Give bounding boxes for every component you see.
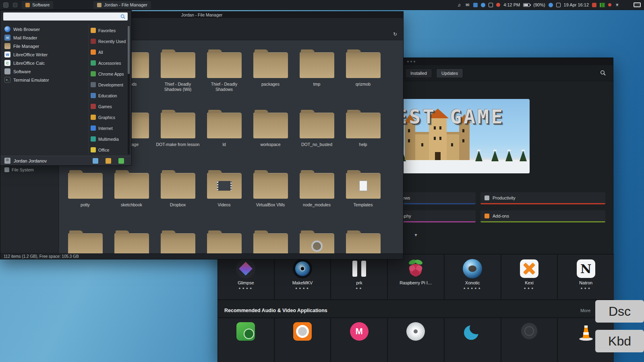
more-link[interactable]: More [580,308,590,313]
tab-installed[interactable]: Installed [405,68,432,78]
bluetooth-icon[interactable] [481,3,485,7]
folder-item[interactable]: Thief - Deadly Shadows (Wii) [155,49,201,109]
folder-item[interactable]: packages [247,49,294,109]
category-productivity[interactable]: Productivity [480,192,605,204]
settings-icon[interactable] [93,158,98,164]
dsc-overlay-button[interactable]: Dsc [595,300,644,323]
category-games[interactable]: Games [91,101,127,112]
tab-updates[interactable]: Updates [436,68,463,78]
folder-item[interactable]: tmp [294,49,340,109]
category-multimedia[interactable]: Multimedia [91,134,127,144]
menu-item-software[interactable]: Software [3,67,87,76]
folder-label: help [359,142,367,147]
taskbar-button-file-manager[interactable]: Jordan - File Manager [93,1,151,9]
category-internet[interactable]: Internet [91,123,127,134]
app-tile-glimpse[interactable]: Glimpse ★★★★ [218,255,274,299]
record-icon[interactable] [608,3,611,6]
folder-item[interactable] [247,230,294,253]
folder-item[interactable]: workspace [247,109,294,170]
menu-item-libreoffice-calc[interactable]: LibreOffice Calc [3,59,87,67]
menu-item-libreoffice-writer[interactable]: LibreOffice Writer [3,50,87,59]
category-recently-used[interactable]: Recently Used [91,36,127,47]
search-input[interactable] [6,14,119,19]
folder-item[interactable]: DOT_no_busted [294,109,340,170]
applications-menu-button[interactable] [3,2,8,8]
clock-date[interactable]: 19 Apr 16:12 [564,2,589,7]
productivity-icon [485,195,489,200]
folder-item[interactable] [340,230,386,253]
folder-item[interactable]: Dropbox [155,170,201,230]
weather-icon[interactable] [592,3,596,7]
kbd-overlay-button[interactable]: Kbd [595,330,644,352]
app-tile-xonotic[interactable]: Xonotic ★★★★★ [445,255,501,299]
folder-item[interactable]: potty [62,170,108,230]
search-icon[interactable] [600,70,606,77]
app-tile-raspberry-pi[interactable]: Raspberry Pi I… [388,255,444,299]
search-icon [120,14,125,19]
film-emblem-icon [217,181,232,191]
taskbar-button-software[interactable]: Software [22,1,53,9]
app-tile[interactable] [388,318,444,362]
folder-item[interactable] [62,230,108,253]
folder-item[interactable]: node_modules [294,170,340,230]
folder-item[interactable]: Templates [340,170,386,230]
app-tile-makemkv[interactable]: MakeMKV ★★★★ [275,255,331,299]
folder-item[interactable] [294,230,340,253]
app-tile-kexi[interactable]: Kexi ★★★ [501,255,557,299]
folder-label: node_modules [303,202,331,208]
panel-left: Software Jordan - File Manager [3,1,151,9]
folder-item[interactable]: sketchbook [108,170,155,230]
menu-item-terminal[interactable]: Terminal Emulator [3,76,87,84]
screenshot-icon[interactable] [556,3,561,7]
battery-icon[interactable] [523,3,530,7]
menu-item-web-browser[interactable]: Web Browser [3,25,87,33]
cpu-graph-icon[interactable] [600,3,605,7]
app-tile[interactable] [501,318,557,362]
window-title: Jordan - File Manager [181,12,223,17]
category-scrollbar[interactable] [128,25,130,154]
folder-item[interactable]: help [340,109,386,170]
folder-item[interactable]: qrizmob [340,49,386,109]
mail-notification-icon[interactable] [465,2,470,8]
folder-item[interactable]: ld [201,109,247,170]
sidebar-item-file-system[interactable]: File System [0,167,58,172]
category-favorites[interactable]: Favorites [91,25,127,36]
clock[interactable]: 4:12 PM [503,2,520,7]
category-all[interactable]: All [91,47,127,58]
clipboard-icon[interactable] [489,3,493,7]
app-tile[interactable] [331,318,387,362]
category-chrome-apps[interactable]: Chrome Apps [91,68,127,79]
folder-item[interactable]: Videos [201,170,247,230]
category-add-ons[interactable]: Add-ons [480,210,605,222]
category-education[interactable]: Education [91,90,127,101]
show-desktop-button[interactable] [13,3,17,7]
category-office[interactable]: Office [91,144,127,155]
reload-icon[interactable] [392,31,398,37]
category-accessories[interactable]: Accessories [91,58,127,68]
brightness-icon[interactable] [615,2,620,8]
app-tile-natron[interactable]: Natron ★★★ [558,255,614,299]
volume-icon[interactable] [456,2,462,8]
folder-item[interactable] [201,230,247,253]
folder-item[interactable] [155,230,201,253]
menu-item-file-manager[interactable]: File Manager [3,42,87,50]
folder-item[interactable]: Thief - Deadly Shadows [201,49,247,109]
indicator-icon[interactable] [549,3,553,7]
folder-item[interactable]: DOT-make from lesson [155,109,201,170]
category-development[interactable]: Development [91,79,127,90]
category-graphics[interactable]: Graphics [91,112,127,123]
display-icon[interactable] [634,2,641,7]
menu-item-mail-reader[interactable]: Mail Reader [3,33,87,42]
app-tile[interactable] [218,318,274,362]
lock-screen-icon[interactable] [106,158,111,164]
app-name: Raspberry Pi I… [400,280,432,285]
app-tile[interactable] [275,318,331,362]
app-tile-prk[interactable]: prk ★★ [331,255,387,299]
notification-icon[interactable] [496,3,500,7]
folder-item[interactable] [108,230,155,253]
folder-item[interactable]: VirtualBox VMs [247,170,294,230]
network-icon[interactable] [473,3,478,7]
log-out-icon[interactable] [118,158,124,164]
app-tile[interactable] [445,318,501,362]
cd-burner-icon [406,322,425,341]
